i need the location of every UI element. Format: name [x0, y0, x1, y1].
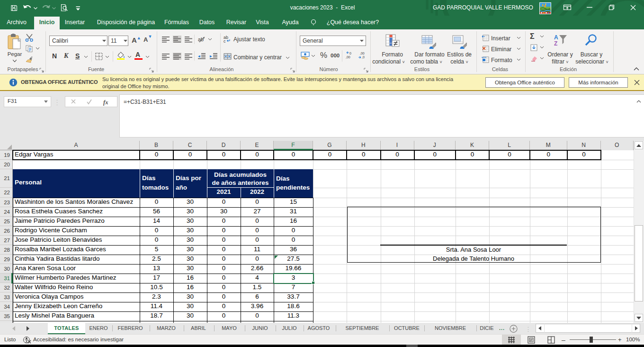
- svg-text:,0: ,0: [362, 55, 365, 59]
- svg-text:A: A: [554, 34, 558, 41]
- svg-text:c: c: [224, 39, 226, 43]
- svg-text:Z: Z: [554, 40, 557, 47]
- svg-text:,00: ,00: [360, 52, 365, 55]
- svg-text:ab: ab: [198, 37, 204, 42]
- svg-text:,00: ,00: [346, 55, 350, 59]
- svg-text:0: 0: [349, 52, 351, 55]
- svg-text:fx: fx: [103, 99, 108, 106]
